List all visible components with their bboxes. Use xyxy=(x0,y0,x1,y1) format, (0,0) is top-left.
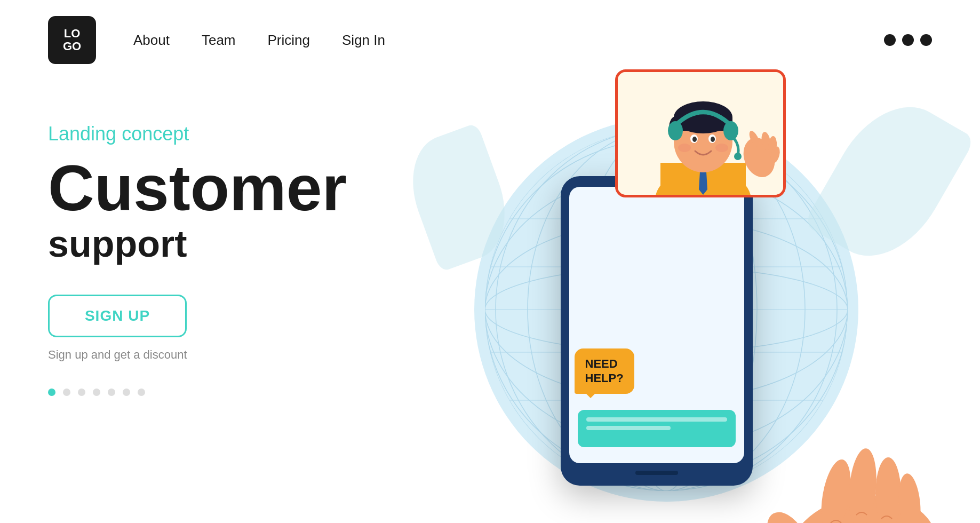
reply-box xyxy=(578,410,736,447)
agent-svg xyxy=(618,72,786,197)
dot-7[interactable] xyxy=(138,389,145,396)
signup-button[interactable]: SIGN UP xyxy=(48,295,187,337)
signup-hint: Sign up and get a discount xyxy=(48,348,368,362)
dot-5[interactable] xyxy=(108,389,115,396)
more-options[interactable] xyxy=(884,34,932,46)
svg-point-41 xyxy=(875,457,901,523)
reply-lines xyxy=(578,410,736,438)
dot-3[interactable] xyxy=(78,389,85,396)
main-nav: About Team Pricing Sign In xyxy=(133,32,385,49)
nav-signin[interactable]: Sign In xyxy=(342,32,385,49)
main-content: Landing concept Customer support SIGN UP… xyxy=(0,101,980,523)
video-popup xyxy=(615,69,786,197)
reply-line-2 xyxy=(586,426,671,430)
hero-section: Landing concept Customer support SIGN UP… xyxy=(48,101,368,523)
dot-icon-3 xyxy=(920,34,932,46)
svg-point-26 xyxy=(711,137,715,142)
nav-pricing[interactable]: Pricing xyxy=(268,32,310,49)
dot-icon-2 xyxy=(902,34,914,46)
logo[interactable]: LO GO xyxy=(48,16,96,64)
svg-point-30 xyxy=(723,121,738,140)
illustration: NEED HELP? xyxy=(400,101,932,523)
nav-team[interactable]: Team xyxy=(202,32,236,49)
phone-home-bar xyxy=(635,471,678,475)
svg-point-25 xyxy=(692,137,697,142)
hand-illustration xyxy=(740,395,980,523)
header: LO GO About Team Pricing Sign In xyxy=(0,0,980,80)
reply-line-1 xyxy=(586,417,727,422)
svg-point-29 xyxy=(668,121,683,140)
dot-6[interactable] xyxy=(123,389,130,396)
pagination-dots xyxy=(48,389,368,396)
svg-point-27 xyxy=(678,144,691,152)
concept-label: Landing concept xyxy=(48,123,368,145)
hero-title-customer: Customer xyxy=(48,156,368,220)
dot-2[interactable] xyxy=(63,389,70,396)
svg-point-28 xyxy=(715,144,728,152)
svg-point-31 xyxy=(734,153,742,160)
hero-title-support: support xyxy=(48,225,368,263)
dot-4[interactable] xyxy=(93,389,100,396)
need-help-text: NEED HELP? xyxy=(585,357,624,385)
dot-1[interactable] xyxy=(48,389,55,396)
need-help-bubble: NEED HELP? xyxy=(575,348,634,394)
phone-screen: NEED HELP? xyxy=(569,187,744,463)
dot-icon-1 xyxy=(884,34,896,46)
phone: NEED HELP? xyxy=(561,176,753,486)
nav-about[interactable]: About xyxy=(133,32,170,49)
